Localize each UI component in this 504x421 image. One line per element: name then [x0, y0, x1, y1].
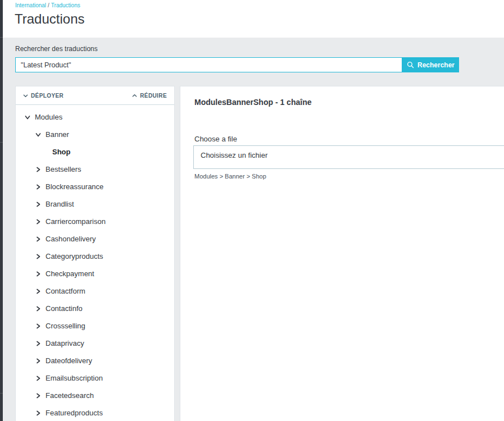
tree-item-label: Facetedsearch [46, 391, 94, 400]
chevron-right-icon[interactable] [35, 271, 41, 277]
tree-item-label: Categoryproducts [46, 252, 103, 260]
domain-heading: ModulesBannerShop - 1 chaîne [194, 98, 311, 107]
tree-item-label: Modules [35, 113, 62, 121]
chevron-right-icon[interactable] [35, 184, 41, 190]
rail-divider [0, 393, 3, 393]
chevron-right-icon[interactable] [35, 323, 41, 329]
breadcrumb-separator: / [48, 2, 49, 8]
chevron-right-icon[interactable] [35, 306, 41, 312]
file-input[interactable]: Choisissez un fichier [193, 145, 504, 169]
rail-divider [0, 142, 3, 143]
translation-tree: ModulesBannerShopBestsellersBlockreassur… [16, 105, 174, 421]
breadcrumb: International/Traductions [15, 2, 80, 8]
tree-item-label: Contactform [46, 287, 85, 295]
page-header: International/Traductions Traductions [3, 0, 504, 38]
workspace: Rechercher des traductions Rechercher DÉ… [3, 38, 504, 421]
tree-item-bestsellers[interactable]: Bestsellers [16, 161, 174, 178]
tree-item-emailsubscription[interactable]: Emailsubscription [16, 369, 174, 387]
tree-item-label: Cashondelivery [46, 235, 96, 243]
translation-path: Modules > Banner > Shop [194, 173, 266, 180]
tree-item-label: Checkpayment [46, 269, 94, 278]
tree-item-label: Carriercomparison [46, 217, 106, 226]
chevron-right-icon[interactable] [35, 254, 41, 259]
tree-item-label: Crossselling [46, 322, 85, 330]
tree-item-contactinfo[interactable]: Contactinfo [16, 300, 174, 317]
tree-item-categoryproducts[interactable]: Categoryproducts [16, 248, 174, 265]
chevron-right-icon[interactable] [35, 341, 41, 346]
collapse-all-button[interactable]: RÉDUIRE [132, 86, 167, 104]
chevron-down-icon[interactable] [35, 132, 41, 138]
search-button[interactable]: Rechercher [402, 57, 459, 72]
tree-panel-header: DÉPLOYER RÉDUIRE [16, 86, 174, 105]
tree-item-label: Bestsellers [46, 165, 81, 173]
file-field-label: Choose a file [194, 135, 237, 143]
tree-item-dateofdelivery[interactable]: Dateofdelivery [16, 352, 174, 369]
tree-item-crossselling[interactable]: Crossselling [16, 317, 174, 335]
tree-item-banner[interactable]: Banner [16, 126, 174, 143]
tree-item-label: Brandlist [46, 200, 74, 208]
tree-item-label: Dateofdelivery [46, 356, 92, 365]
expand-all-button[interactable]: DÉPLOYER [23, 86, 63, 104]
tree-item-label: Dataprivacy [46, 339, 84, 347]
translations-tree-panel: DÉPLOYER RÉDUIRE ModulesBannerShopBestse… [15, 86, 175, 421]
tree-item-facetedsearch[interactable]: Facetedsearch [16, 387, 174, 404]
breadcrumb-link-international[interactable]: International [15, 2, 46, 8]
tree-item-label: Contactinfo [46, 304, 83, 313]
chevron-up-icon [132, 93, 137, 98]
tree-item-featuredproducts[interactable]: Featuredproducts [16, 404, 174, 421]
search-input[interactable] [15, 57, 402, 72]
tree-item-label: Banner [46, 130, 69, 139]
chevron-right-icon[interactable] [35, 358, 41, 364]
tree-item-label: Shop [52, 148, 71, 156]
chevron-down-icon [23, 93, 28, 98]
search-label: Rechercher des traductions [15, 45, 98, 53]
search-button-label: Rechercher [417, 61, 455, 69]
tree-item-carriercomparison[interactable]: Carriercomparison [16, 213, 174, 230]
admin-nav-edge [0, 0, 3, 421]
expand-all-label: DÉPLOYER [31, 93, 63, 99]
tree-item-contactform[interactable]: Contactform [16, 282, 174, 300]
chevron-right-icon[interactable] [35, 376, 41, 381]
tree-item-blockreassurance[interactable]: Blockreassurance [16, 178, 174, 195]
tree-item-checkpayment[interactable]: Checkpayment [16, 265, 174, 282]
tree-item-label: Emailsubscription [46, 374, 103, 382]
page-title: Traductions [15, 11, 85, 27]
tree-item-shop[interactable]: Shop [16, 143, 174, 161]
chevron-right-icon[interactable] [35, 393, 41, 399]
chevron-right-icon[interactable] [35, 167, 41, 172]
translation-content-panel: ModulesBannerShop - 1 chaîne Choose a fi… [180, 86, 504, 421]
tree-item-modules[interactable]: Modules [16, 108, 174, 126]
breadcrumb-link-traductions[interactable]: Traductions [51, 2, 80, 8]
tree-item-dataprivacy[interactable]: Dataprivacy [16, 335, 174, 352]
chevron-right-icon[interactable] [35, 289, 41, 294]
chevron-right-icon[interactable] [35, 219, 41, 225]
tree-item-cashondelivery[interactable]: Cashondelivery [16, 230, 174, 248]
search-icon [407, 61, 414, 68]
tree-item-brandlist[interactable]: Brandlist [16, 195, 174, 213]
chevron-right-icon[interactable] [35, 202, 41, 207]
rail-divider [0, 37, 3, 38]
collapse-all-label: RÉDUIRE [140, 93, 167, 99]
tree-item-label: Featuredproducts [46, 409, 103, 417]
chevron-down-icon[interactable] [25, 115, 30, 120]
chevron-right-icon[interactable] [35, 410, 41, 416]
chevron-right-icon[interactable] [35, 236, 41, 242]
tree-item-label: Blockreassurance [46, 182, 103, 191]
